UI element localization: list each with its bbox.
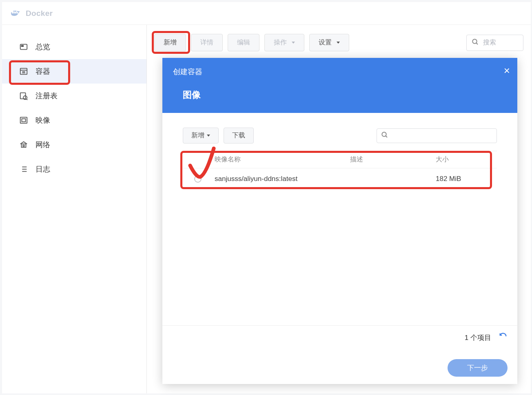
svg-line-22: [386, 136, 387, 137]
create-container-modal: 创建容器 图像 × 新增 下载 映像名称 描述 大小 sanjusss/aliy…: [162, 58, 517, 384]
network-icon: [19, 140, 28, 149]
modal-search-input[interactable]: [377, 128, 497, 143]
sidebar-item-label: 总览: [35, 42, 50, 52]
docker-logo-icon: [9, 8, 26, 19]
table-header: 映像名称 描述 大小: [183, 151, 497, 168]
logs-icon: [19, 165, 28, 174]
overview-icon: [19, 42, 28, 51]
modal-footer: 1 个项目: [162, 325, 517, 349]
sidebar-item-images[interactable]: 映像: [2, 108, 146, 132]
sidebar-item-label: 网络: [35, 140, 50, 150]
modal-download-button[interactable]: 下载: [224, 128, 254, 143]
close-icon[interactable]: ×: [504, 65, 510, 76]
svg-rect-10: [22, 119, 25, 121]
radio-icon[interactable]: [194, 175, 202, 183]
sidebar-item-label: 映像: [35, 115, 50, 125]
add-button[interactable]: 新增: [154, 34, 186, 51]
next-button[interactable]: 下一步: [448, 359, 508, 377]
container-icon: [19, 67, 28, 76]
modal-add-dropdown[interactable]: 新增: [183, 128, 219, 143]
svg-line-20: [476, 43, 478, 44]
item-count: 1 个项目: [465, 333, 491, 342]
image-icon: [19, 116, 28, 125]
modal-body: 新增 下载 映像名称 描述 大小 sanjusss/aliyun-ddns:la…: [162, 113, 517, 325]
sidebar-item-logs[interactable]: 日志: [2, 157, 146, 181]
details-button[interactable]: 详情: [191, 34, 223, 51]
window-title: Docker: [26, 9, 53, 18]
edit-button[interactable]: 编辑: [228, 34, 259, 51]
svg-point-12: [23, 145, 24, 147]
col-name: 映像名称: [215, 155, 350, 164]
sidebar-item-label: 容器: [35, 66, 50, 76]
search-icon: [381, 131, 392, 140]
sidebar-item-label: 注册表: [35, 91, 58, 101]
registry-icon: [19, 91, 28, 100]
search-placeholder: 搜索: [483, 38, 496, 47]
svg-rect-1: [22, 45, 24, 46]
col-size: 大小: [436, 155, 497, 164]
operation-dropdown[interactable]: 操作: [264, 34, 304, 51]
row-image-name: sanjusss/aliyun-ddns:latest: [215, 175, 350, 183]
modal-toolbar: 新增 下载: [183, 128, 497, 143]
svg-rect-9: [20, 117, 27, 124]
svg-point-21: [382, 132, 386, 137]
search-input[interactable]: 搜索: [466, 35, 523, 51]
image-table: 映像名称 描述 大小 sanjusss/aliyun-ddns:latest 1…: [183, 151, 497, 190]
settings-dropdown[interactable]: 设置: [309, 34, 349, 51]
sidebar-item-containers[interactable]: 容器: [2, 59, 146, 84]
sidebar-item-network[interactable]: 网络: [2, 132, 146, 157]
modal-footer-area: 1 个项目 下一步: [162, 325, 517, 384]
svg-point-19: [472, 39, 477, 44]
modal-subtitle: 图像: [183, 89, 507, 101]
toolbar: 新增 详情 编辑 操作 设置 搜索: [154, 34, 523, 51]
row-image-size: 182 MiB: [436, 175, 497, 183]
titlebar: Docker: [2, 2, 531, 25]
search-icon: [472, 38, 483, 47]
modal-title: 创建容器: [173, 67, 507, 77]
sidebar-item-overview[interactable]: 总览: [2, 35, 146, 59]
modal-header: 创建容器 图像 ×: [162, 58, 517, 113]
svg-line-8: [27, 99, 27, 100]
sidebar-item-label: 日志: [35, 164, 50, 174]
col-desc: 描述: [350, 155, 436, 164]
table-row[interactable]: sanjusss/aliyun-ddns:latest 182 MiB: [183, 168, 497, 190]
sidebar-item-registry[interactable]: 注册表: [2, 84, 146, 108]
refresh-icon[interactable]: [499, 332, 508, 343]
sidebar: 总览 容器 注册表 映像: [2, 25, 147, 393]
